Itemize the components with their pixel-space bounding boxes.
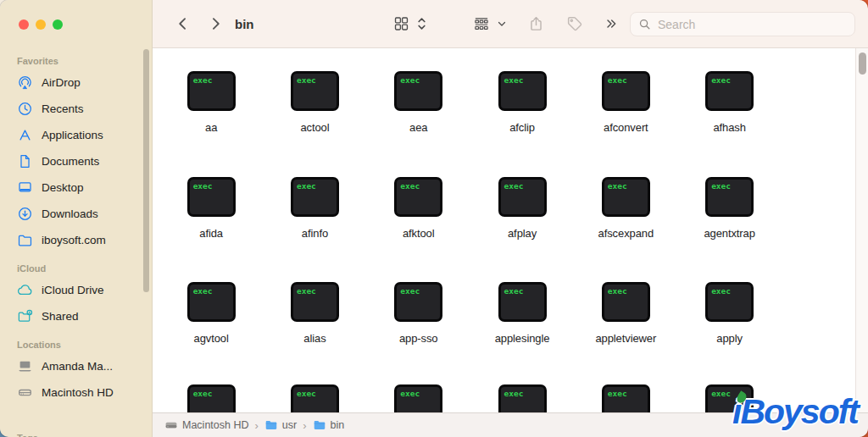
exec-badge: exec: [397, 285, 440, 296]
file-item-partial[interactable]: exec: [470, 384, 574, 412]
file-afhash[interactable]: execafhash: [677, 71, 781, 134]
file-afplay[interactable]: execafplay: [470, 177, 574, 240]
share-icon[interactable]: [528, 15, 544, 32]
exec-file-icon: exec: [602, 384, 650, 412]
file-agentxtrap[interactable]: execagentxtrap: [677, 177, 781, 240]
file-app-sso[interactable]: execapp-sso: [367, 282, 470, 345]
exec-badge: exec: [604, 74, 648, 85]
exec-file-icon: exec: [394, 71, 442, 111]
sidebar-scrollbar-thumb[interactable]: [143, 49, 149, 292]
sidebar-item-label: Downloads: [42, 207, 98, 220]
file-label: afida: [199, 227, 223, 240]
exec-file-icon: exec: [291, 71, 339, 111]
file-appletviewer[interactable]: execappletviewer: [574, 282, 677, 345]
path-item-label: Macintosh HD: [182, 419, 249, 431]
sidebar-item-iboysoft-com[interactable]: iboysoft.com: [17, 227, 152, 253]
file-label: afclip: [509, 121, 535, 134]
exec-file-icon: exec: [498, 177, 547, 217]
file-label: appletviewer: [595, 332, 656, 345]
file-afida[interactable]: execafida: [159, 177, 263, 240]
exec-badge: exec: [604, 180, 648, 191]
file-item-partial[interactable]: exec: [159, 384, 263, 412]
file-item-partial[interactable]: exec: [367, 384, 470, 412]
search-input[interactable]: [656, 17, 847, 32]
sidebar-item-label: Desktop: [42, 181, 84, 194]
file-applesingle[interactable]: execapplesingle: [470, 282, 574, 345]
exec-badge: exec: [397, 74, 440, 85]
forward-icon[interactable]: [207, 15, 224, 32]
sort-chevrons-icon[interactable]: [416, 15, 427, 32]
file-item-partial[interactable]: exec: [263, 384, 366, 412]
exec-file-icon: exec: [187, 384, 236, 412]
file-alias[interactable]: execalias: [263, 282, 366, 345]
close-button[interactable]: [19, 19, 29, 30]
file-row-partial: execexecexecexecexecexec: [159, 384, 782, 412]
file-apply[interactable]: execapply: [677, 282, 781, 345]
file-label: afinfo: [302, 227, 328, 240]
sidebar-item-amanda-ma[interactable]: Amanda Ma...: [17, 353, 152, 379]
content-scrollbar[interactable]: [855, 48, 868, 412]
chevron-down-icon[interactable]: [497, 19, 507, 29]
page: FavoritesAirDropRecentsApplicationsDocum…: [0, 0, 868, 437]
exec-file-icon: exec: [498, 282, 547, 322]
exec-file-icon: exec: [394, 177, 442, 217]
file-aea[interactable]: execaea: [367, 71, 470, 134]
sidebar-item-shared[interactable]: Shared: [17, 303, 152, 329]
file-label: afplay: [508, 227, 537, 240]
exec-badge: exec: [190, 387, 233, 398]
sidebar-item-label: Recents: [42, 102, 84, 115]
sidebar-section-locations: LocationsAmanda Ma...Macintosh HD: [17, 340, 152, 406]
sidebar-item-documents[interactable]: Documents: [17, 148, 152, 174]
file-afconvert[interactable]: execafconvert: [574, 71, 677, 134]
iboysoft-watermark: iBoysoft: [732, 392, 858, 432]
exec-badge: exec: [293, 74, 337, 85]
file-label: actool: [300, 121, 329, 134]
sidebar-item-label: AirDrop: [42, 76, 81, 89]
path-item-macintosh-hd[interactable]: Macintosh HD: [164, 418, 249, 432]
sidebar-item-label: Amanda Ma...: [42, 360, 113, 373]
path-separator: ›: [254, 419, 259, 432]
file-afktool[interactable]: execafktool: [367, 177, 470, 240]
back-icon[interactable]: [175, 15, 192, 32]
file-label: applesingle: [495, 332, 550, 345]
file-aa[interactable]: execaa: [159, 71, 263, 134]
minimize-button[interactable]: [36, 19, 46, 30]
file-label: afhash: [713, 121, 745, 134]
sidebar-item-downloads[interactable]: Downloads: [17, 201, 152, 227]
grid-view-icon[interactable]: [393, 16, 409, 32]
file-label: aea: [409, 121, 427, 134]
file-afclip[interactable]: execafclip: [470, 71, 574, 134]
tag-icon[interactable]: [566, 15, 583, 32]
file-afscexpand[interactable]: execafscexpand: [574, 177, 677, 240]
folder-blue-icon: [313, 418, 326, 432]
sidebar-item-applications[interactable]: Applications: [17, 122, 152, 148]
search-field[interactable]: [630, 12, 855, 36]
file-row: execafidaexecafinfoexecafktoolexecafplay…: [159, 177, 782, 240]
more-chevrons-icon[interactable]: [604, 17, 619, 30]
exec-file-icon: exec: [705, 177, 754, 217]
file-item-partial[interactable]: exec: [574, 384, 677, 412]
exec-badge: exec: [190, 285, 233, 296]
sidebar-item-desktop[interactable]: Desktop: [17, 174, 152, 201]
harddrive-icon: [17, 384, 33, 401]
sidebar-item-macintosh-hd[interactable]: Macintosh HD: [17, 379, 152, 406]
file-label: app-sso: [399, 332, 438, 345]
file-label: agentxtrap: [704, 227, 754, 240]
zoom-button[interactable]: [53, 19, 63, 30]
sidebar-item-recents[interactable]: Recents: [17, 96, 152, 122]
exec-file-icon: exec: [602, 71, 650, 111]
path-item-usr[interactable]: usr: [264, 418, 297, 432]
file-actool[interactable]: execactool: [263, 71, 366, 134]
group-view-icon[interactable]: [473, 16, 490, 32]
sidebar-item-airdrop[interactable]: AirDrop: [17, 69, 152, 96]
exec-file-icon: exec: [602, 177, 650, 217]
window-title: bin: [235, 0, 254, 48]
folder-blue-icon: [264, 418, 278, 432]
sidebar-item-icloud-drive[interactable]: iCloud Drive: [17, 277, 152, 303]
exec-badge: exec: [293, 285, 337, 296]
file-agvtool[interactable]: execagvtool: [159, 282, 263, 345]
content-scrollbar-thumb[interactable]: [859, 53, 866, 75]
exec-badge: exec: [293, 387, 337, 398]
file-afinfo[interactable]: execafinfo: [263, 177, 366, 240]
path-item-bin[interactable]: bin: [313, 418, 345, 432]
